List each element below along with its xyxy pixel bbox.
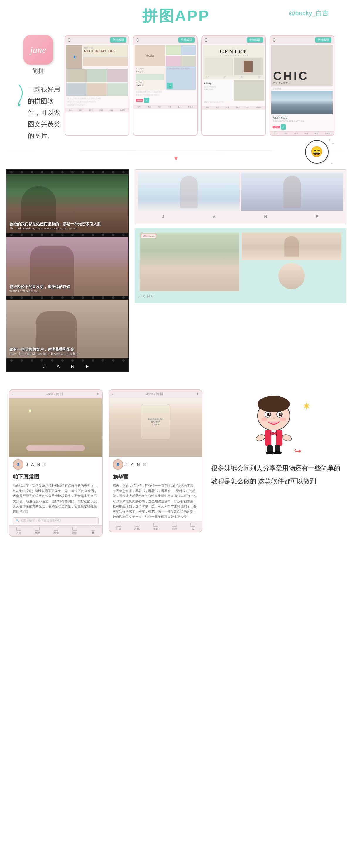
arrow-desc: 一款很好用的拼图软件，可以做图文并茂类的图片。 (13, 84, 63, 142)
phone-3-status-bar: ⌚ 单独编辑 (202, 36, 265, 44)
blog-2-status-bar: ‹ Jane / 简·拼 ⬆ (109, 390, 202, 398)
phone2-study-grid: STUDY ENJOY STORY HEART 文字内容区域模拟行文字内容 ✓ (135, 66, 196, 90)
jane-grid: J A N E (135, 169, 346, 223)
search-icon: 🔍 (16, 519, 19, 522)
page-container: 拼图APP @becky_白吉 jane 简拼 一款很好用的拼图软件，可以做图文… (0, 0, 352, 554)
svg-point-5 (267, 413, 270, 416)
film-dots-mid2 (6, 296, 128, 300)
film-caption-3: 家有一扇明媚的窗户，种满花香和阳光 have a fan bright wind… (9, 347, 125, 355)
blog-1-discover-btn[interactable]: 发现 (35, 527, 40, 535)
film-caption-2-cn: 也许轻松下的直发更，那疲倦的静谧 (9, 284, 125, 289)
svg-point-22 (273, 451, 282, 454)
app-icon: jane (24, 35, 53, 64)
blog-2-body: 晴天，雨天，好心情，坏心情一一都有理由让我记录下来。今天休息在家，看着书，看看书… (109, 482, 202, 521)
blog-1-publish-btn[interactable]: 图标 (53, 527, 59, 535)
phone1-text-area: 这是文字内容区域的模拟文字这是文字内容 模拟文字行这是更多的文字内容区域 继续的… (66, 96, 127, 107)
phone-1-time: ⌚ (67, 38, 71, 42)
blog-1-back-icon: ‹ (12, 392, 13, 396)
svg-point-18 (282, 433, 292, 442)
phone3-content: ——f—— GENTRY THE FASHION DETAILS 图片图片图片图… (202, 44, 265, 105)
svg-point-10 (261, 417, 267, 422)
svg-point-17 (255, 433, 266, 442)
blog-2-home-btn[interactable]: 首页 (116, 523, 121, 531)
film-dots-bottom (6, 358, 128, 363)
film-jane-text: J A N E (6, 363, 128, 371)
blog-2-back-icon: ‹ (112, 392, 113, 396)
heart-icon: ♥ (0, 155, 352, 162)
phone2-content: Youths STUDY ENJOY (134, 44, 197, 105)
blog-2-bottom-bar: 首页 发现 图标 消息 我 (109, 521, 202, 532)
toolbar-mingpian[interactable]: 名片 (110, 109, 113, 112)
mint-photo-circle (278, 263, 305, 289)
blog-1-search-text: 搜索关键字：松下直发器BHH!!! (20, 519, 61, 523)
blog-2-product: SchwarzkopfEXTRACARE (141, 404, 170, 439)
svg-marker-0 (18, 104, 21, 107)
header: 拼图APP @becky_白吉 (0, 0, 352, 29)
app-description: 一款很好用的拼图软件，可以做图文并茂类的图片。 (28, 84, 63, 142)
right-photos: J A N E MERRYxmas (135, 169, 346, 372)
phone-2-status-bar: ⌚ 单独编辑 (134, 36, 197, 44)
phone1-toolbar: 简约 偏正 封面 排版 名片 模板库 (65, 108, 129, 112)
toolbar-pianzheng[interactable]: 偏正 (79, 109, 83, 112)
blog-1-bottom-bar: 首页 发现 图标 消息 我 (9, 526, 102, 536)
phone2-toolbar: 简约 便宜 封面 排版 名片 模板库 (134, 105, 197, 109)
svg-point-21 (266, 451, 274, 454)
phone-1-edit-btn[interactable]: 单独编辑 (110, 37, 126, 42)
jane-ne-text: JANE (140, 294, 342, 298)
film-caption-2-en: thinned and easier to t... (9, 289, 125, 293)
photo-section: 曾经的我们都是热烈而坚持的，那是一种光芒吸引人胜 The youth insis… (0, 166, 352, 375)
phone-3: ⌚ 单独编辑 ——f—— GENTRY THE FASHION DETAILS (201, 35, 266, 136)
jane-photo-1 (138, 173, 240, 211)
blog-1-me-btn[interactable]: 我 (91, 527, 95, 535)
toolbar-jianyue[interactable]: 简约 (69, 109, 72, 112)
toolbar-fengmian[interactable]: 封面 (89, 109, 93, 112)
blog-1-share-icon: ⬆ (96, 392, 99, 396)
app-icon-area: jane 简拼 一款很好用的拼图软件，可以做图文并茂类的图片。 (18, 35, 59, 142)
blog-2-publish-btn[interactable]: 图标 (153, 523, 158, 531)
phone4-chic-sub: ON EARTH (273, 82, 331, 85)
phone3-gentry: ——f—— GENTRY THE FASHION DETAILS 图片图片图片图… (203, 45, 264, 80)
film-dots-mid1 (6, 233, 128, 237)
phone-2: ⌚ 单独编辑 Youths (133, 35, 198, 136)
svg-point-7 (269, 413, 270, 415)
phone3-toolbar: 简约 便宜 封面 拼接 名片 模板库 (202, 105, 265, 110)
blog-1-avatar: 👤 (13, 459, 24, 470)
phone4-badge: NEW ✓ (271, 124, 333, 130)
phone-1: ⌚ 单独编辑 👤 生活·小记 RECORD MY LIFE (64, 35, 129, 136)
toolbar-mobanku[interactable]: 模板库 (120, 109, 125, 112)
blog-1-status-bar: ‹ Jane / 简·拼 ⬆ (9, 390, 102, 398)
mint-photo-big: MERRYxmas (140, 232, 239, 291)
phone-1-status-bar: ⌚ 单独编辑 (65, 36, 129, 44)
phone-2-edit-btn[interactable]: 单独编辑 (178, 37, 195, 42)
blog-2-app-name: Jane / 简·拼 (146, 392, 163, 396)
phone-3-edit-btn[interactable]: 单独编辑 (247, 37, 263, 42)
app-icon-text: jane (30, 44, 46, 55)
phone-4-status-bar: ⌚ 单独编辑 (270, 36, 334, 44)
blog-1-home-btn[interactable]: 首页 (16, 527, 22, 535)
phone3-design-text: Design (204, 81, 232, 85)
app-name-label: 简拼 (32, 67, 44, 75)
merryxmas-badge: MERRYxmas (141, 234, 156, 238)
phone4-chic-title: CHIC (273, 70, 331, 82)
blog-section: ‹ Jane / 简·拼 ⬆ ✦ 👤 J A N E 帕下直发图 前面说过了，我… (0, 383, 352, 542)
phone-4-edit-btn[interactable]: 单独编辑 (315, 37, 331, 42)
phone1-record-header: 生活·小记 RECORD MY LIFE (83, 45, 127, 57)
phones-grid: ⌚ 单独编辑 👤 生活·小记 RECORD MY LIFE (64, 35, 334, 136)
blog-2-jane-name: J A N E (125, 462, 147, 467)
blog-1-app-name: Jane / 简·拼 (46, 392, 63, 396)
blog-2-me-btn[interactable]: 我 (190, 523, 195, 531)
blog-2-msg-btn[interactable]: 消息 (172, 523, 177, 531)
film-strip: 曾经的我们都是热烈而坚持的，那是一种光芒吸引人胜 The youth insis… (6, 169, 129, 372)
jane-letters-row: J A N E (138, 213, 343, 220)
phone4-scenery-photo (271, 91, 333, 114)
chibi-mascot (250, 395, 297, 454)
blog-2-discover-btn[interactable]: 发现 (134, 523, 140, 531)
jane-photo-2 (241, 173, 343, 211)
mint-photo-small-1 (242, 232, 342, 260)
toolbar-paiban[interactable]: 排版 (99, 109, 103, 112)
blog-1-msg-btn[interactable]: 消息 (72, 527, 78, 535)
film-caption-3-cn: 家有一扇明媚的窗户，种满花香和阳光 (9, 347, 125, 352)
blog-1-search[interactable]: 🔍 搜索关键字：松下直发器BHH!!! (13, 517, 98, 524)
chibi-mascot-area: ☀ ↩ (211, 395, 340, 456)
blog-2-share-icon: ⬆ (196, 392, 199, 396)
